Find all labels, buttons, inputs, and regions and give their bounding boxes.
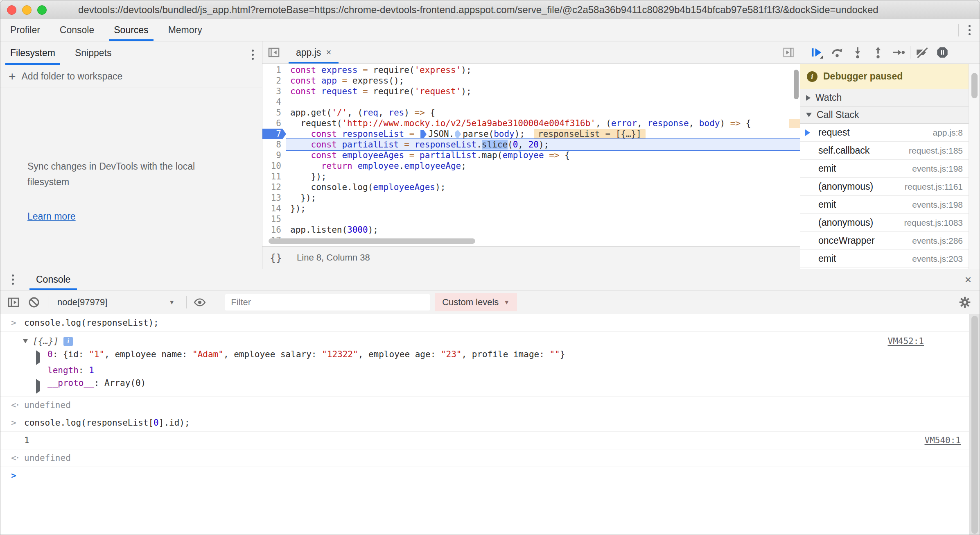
sidebar-tab-filesystem[interactable]: Filesystem (0, 41, 65, 65)
object-preview-header[interactable]: [{…}]iVM452:1 (23, 334, 932, 348)
expanded-triangle-icon[interactable] (23, 339, 28, 343)
resume-button[interactable] (808, 43, 826, 61)
tab-close-icon[interactable]: × (326, 47, 331, 58)
code-line: 1const express = require('express'); (262, 65, 800, 75)
call-stack-frame[interactable]: requestapp.js:8 (800, 124, 969, 142)
source-link[interactable]: VM452:1 (887, 336, 924, 347)
hide-navigator-icon[interactable] (266, 45, 281, 60)
code-text: }); (286, 193, 800, 203)
object-property-row[interactable]: __proto__: Array(0) (23, 377, 932, 393)
line-number[interactable]: 13 (262, 193, 286, 203)
property-text: length: 1 (47, 364, 94, 377)
step-over-button[interactable] (828, 43, 846, 61)
call-stack-frame[interactable]: emitevents.js:198 (800, 196, 969, 214)
line-number[interactable]: 10 (262, 161, 286, 171)
navigator-tabs: FilesystemSnippets (0, 41, 121, 65)
console-drawer: Console × node[97979] ▼ Custom levels (0, 269, 980, 535)
line-number[interactable]: 3 (262, 86, 286, 97)
return-value-icon: <· (11, 399, 19, 411)
toolbar-divider (958, 24, 959, 36)
editor-horizontal-scrollbar[interactable] (269, 238, 475, 244)
console-tab[interactable]: Console (24, 269, 83, 290)
call-stack-section-header[interactable]: Call Stack (800, 107, 969, 124)
deactivate-breakpoints-button[interactable] (913, 43, 931, 61)
sidebar-tab-snippets[interactable]: Snippets (65, 41, 122, 65)
line-number[interactable]: 4 (262, 97, 286, 107)
editor-vertical-scrollbar[interactable] (794, 70, 799, 99)
custom-levels-dropdown[interactable]: Custom levels ▼ (435, 293, 517, 311)
tab-app-js[interactable]: app.js × (289, 41, 339, 63)
call-stack-frame[interactable]: onceWrapperevents.js:286 (800, 232, 969, 250)
continue-to-here-icon[interactable] (455, 130, 461, 138)
console-kebab-icon[interactable] (9, 272, 16, 287)
console-close-button[interactable]: × (965, 274, 971, 286)
minimize-window-button[interactable] (22, 5, 32, 15)
line-number[interactable]: 9 (262, 150, 286, 161)
source-link[interactable]: VM540:1 (924, 435, 961, 446)
tab-sources[interactable]: Sources (104, 19, 158, 41)
line-number[interactable]: 8 (262, 139, 286, 150)
watch-section-header[interactable]: Watch (800, 89, 969, 107)
navigator-kebab-icon[interactable] (249, 47, 256, 62)
debugger-scrollbar-track[interactable] (969, 64, 980, 269)
console-scrollbar-track[interactable] (969, 314, 980, 535)
main-tabs: ProfilerConsoleSourcesMemory (0, 19, 212, 41)
code-editor[interactable]: 1const express = require('express');2con… (262, 64, 800, 246)
step-out-button[interactable] (869, 43, 887, 61)
object-property-row[interactable]: 0: {id: "1", employee_name: "Adam", empl… (23, 348, 932, 364)
line-number[interactable]: 16 (262, 224, 286, 235)
tab-profiler[interactable]: Profiler (0, 19, 50, 41)
editor-tab-overflow-right-icon[interactable] (781, 45, 796, 60)
live-expression-eye-icon[interactable] (192, 295, 207, 310)
call-stack-frame[interactable]: emitevents.js:203 (800, 250, 969, 268)
execution-context-selector[interactable]: node[97979] ▼ (57, 297, 175, 308)
console-scrollbar-thumb[interactable] (971, 316, 978, 534)
debugger-paused-banner: i Debugger paused (800, 64, 969, 89)
add-folder-button[interactable]: + Add folder to workspace (0, 65, 262, 88)
close-window-button[interactable] (7, 5, 16, 15)
main-tab-bar: ProfilerConsoleSourcesMemory (0, 19, 980, 41)
console-sidebar-toggle-icon[interactable] (6, 295, 21, 310)
tab-console[interactable]: Console (50, 19, 104, 41)
frame-function-name: onceWrapper (818, 235, 875, 246)
call-stack-frame[interactable]: (anonymous)request.js:1083 (800, 214, 969, 232)
continue-to-here-icon[interactable] (420, 130, 427, 138)
console-settings-gear-icon[interactable] (957, 295, 972, 310)
call-stack-frame[interactable]: emitevents.js:198 (800, 160, 969, 178)
object-property-row[interactable]: length: 1 (23, 364, 932, 377)
learn-more-link[interactable]: Learn more (27, 211, 76, 222)
call-stack-frame[interactable]: self.callbackrequest.js:185 (800, 142, 969, 160)
collapsed-triangle-icon[interactable] (36, 377, 47, 393)
line-number[interactable]: 1 (262, 65, 286, 75)
code-line: 2const app = express(); (262, 75, 800, 86)
main-menu-kebab-icon[interactable] (966, 23, 973, 38)
line-number[interactable]: 5 (262, 107, 286, 118)
collapsed-triangle-icon[interactable] (36, 348, 47, 364)
editor-pane: app.js × 1const express = require('expre… (262, 41, 800, 269)
clear-console-button[interactable] (27, 295, 41, 310)
line-number[interactable]: 6 (262, 118, 286, 129)
call-stack-frame[interactable]: (anonymous)request.js:1161 (800, 178, 969, 196)
frame-location: events.js:286 (912, 236, 963, 246)
execution-line-marker[interactable]: 7 (262, 129, 286, 139)
step-into-button[interactable] (849, 43, 867, 61)
console-command[interactable]: >console.log(responseList[0].id); (0, 414, 969, 432)
line-number[interactable]: 11 (262, 171, 286, 182)
line-number[interactable]: 15 (262, 214, 286, 224)
console-command[interactable]: >console.log(responseList); (0, 314, 969, 332)
pause-on-exceptions-button[interactable] (933, 43, 951, 61)
line-number[interactable]: 12 (262, 182, 286, 193)
code-line: 9 const employeeAges = partialList.map(e… (262, 150, 800, 161)
cursor-position: Line 8, Column 38 (297, 252, 370, 263)
line-number[interactable]: 2 (262, 75, 286, 86)
call-stack-label: Call Stack (817, 109, 859, 120)
debugger-scrollbar-thumb[interactable] (971, 73, 978, 98)
zoom-window-button[interactable] (37, 5, 47, 15)
info-badge-icon[interactable]: i (63, 337, 73, 346)
line-number[interactable]: 14 (262, 203, 286, 214)
tab-memory[interactable]: Memory (158, 19, 212, 41)
step-button[interactable] (890, 43, 908, 61)
console-filter-input[interactable] (225, 294, 430, 311)
console-prompt[interactable]: > (0, 467, 969, 484)
pretty-print-icon[interactable]: {} (270, 252, 282, 264)
